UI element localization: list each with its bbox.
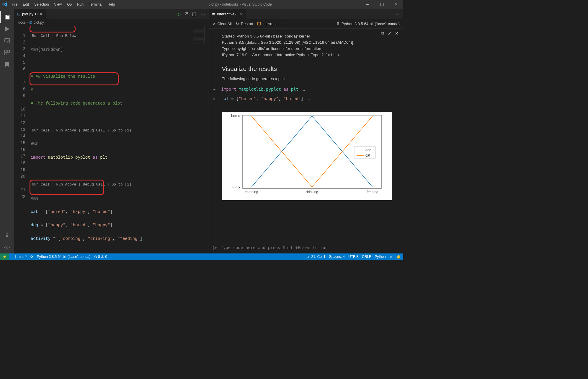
menu-view[interactable]: View	[52, 1, 64, 8]
ellipsis-icon[interactable]: ⋯	[212, 106, 399, 110]
account-icon[interactable]	[0, 230, 14, 242]
menu-help[interactable]: Help	[105, 1, 117, 8]
code-line[interactable]: # The following code generates a plot	[31, 100, 197, 107]
menu-selection[interactable]: Selection	[32, 1, 51, 8]
menu-go[interactable]: Go	[65, 1, 74, 8]
close-button[interactable]: ✕	[391, 2, 401, 7]
interactive-body[interactable]: ⧉ ⤢ ✕ Started 'Python 3.8.5 64-bit ('bas…	[209, 29, 404, 241]
title-bar: File Edit Selection View Go Run Terminal…	[0, 0, 403, 9]
ellipsis-icon[interactable]: …	[303, 87, 305, 92]
copy-icon[interactable]: ⧉	[381, 31, 384, 36]
window-controls: ─ ☐ ✕	[363, 2, 401, 7]
svg-rect-3	[7, 50, 9, 52]
encoding[interactable]: UTF-8	[348, 255, 358, 259]
code-input[interactable]	[221, 245, 399, 250]
breadcrumb-more[interactable]: ...	[48, 20, 50, 25]
settings-gear-icon[interactable]	[0, 242, 14, 253]
maximize-button[interactable]: ☐	[377, 2, 387, 7]
cell-gear-icon[interactable]: ✳	[213, 87, 218, 92]
kernel-info: Started 'Python 3.8.5 64-bit ('base': co…	[222, 33, 399, 58]
more-actions-icon[interactable]: ⋯	[395, 11, 400, 17]
remote-explorer-icon[interactable]	[0, 35, 14, 47]
remote-indicator[interactable]: ⚡	[0, 253, 9, 260]
editor-tab-bar: ⊡ plot.py U ✕ ▷ 𝄢 ◫ ⋯	[14, 9, 209, 19]
tab-title: Interactive-1	[217, 12, 238, 16]
code-line[interactable]: # ## Visualize the results	[31, 73, 197, 80]
menu-edit[interactable]: Edit	[20, 1, 31, 8]
svg-point-1	[8, 41, 10, 43]
executed-cell-2[interactable]: ✳ cat = ["bored", "happy", "bored"] …	[213, 96, 399, 101]
notifications-icon[interactable]: 🔔	[396, 255, 401, 259]
restart-button[interactable]: ↻ Restart	[236, 22, 253, 26]
codelens-cell2[interactable]: Run Cell | Run Above | Debug Cell | Go t…	[31, 127, 133, 134]
python-file-icon: ⊡	[17, 12, 20, 16]
split-editor-icon[interactable]: ◫	[192, 11, 196, 17]
svg-text:dog: dog	[365, 148, 371, 152]
codelens-cell3[interactable]: Run Cell | Run Above | Debug Cell | Go t…	[31, 181, 133, 188]
minimize-button[interactable]: ─	[363, 2, 373, 7]
run-debug-icon[interactable]	[0, 23, 14, 35]
code-line[interactable]: #	[31, 87, 197, 93]
explorer-icon[interactable]	[0, 11, 14, 23]
problems-counter[interactable]: ⊘ 0 ⚠ 0	[94, 255, 107, 259]
svg-rect-4	[5, 53, 7, 55]
close-output-icon[interactable]: ✕	[395, 31, 398, 36]
code-line[interactable]: #%%	[31, 195, 197, 202]
md-paragraph: The following code generates a plot	[222, 77, 399, 81]
interrupt-button[interactable]: Interrupt	[257, 22, 277, 26]
python-interpreter[interactable]: Python 3.8.5 64-bit ('base': conda)	[37, 255, 91, 259]
git-branch[interactable]: ᛘ main*	[14, 255, 27, 259]
chart-output: bored happy combing drinking feeding dog	[222, 112, 392, 200]
breadcrumb-file[interactable]: plot.py	[33, 20, 44, 25]
extensions-icon[interactable]	[0, 47, 14, 58]
menu-terminal[interactable]: Terminal	[86, 1, 104, 8]
breadcrumb-folder[interactable]: docs	[18, 20, 26, 25]
code-line[interactable]: dog = ["happy", "bored", "happy"]	[31, 222, 197, 229]
eol[interactable]: CRLF	[362, 255, 371, 259]
language-mode[interactable]: Python	[375, 255, 386, 259]
svg-text:drinking: drinking	[306, 190, 318, 194]
code-line[interactable]: activity = ["combing", "drinking", "feed…	[31, 235, 197, 242]
markdown-output: Visualize the results The following code…	[222, 65, 399, 81]
menu-file[interactable]: File	[9, 1, 20, 8]
code-line[interactable]: cat = ["bored", "happy", "bored"]	[31, 209, 197, 215]
code-line[interactable]: #%%[markdown]	[31, 46, 197, 53]
bookmark-icon[interactable]	[0, 58, 14, 70]
code-line[interactable]: import matplotlib.pyplot as plt	[31, 154, 197, 161]
git-compare-icon[interactable]: 𝄢	[185, 12, 188, 17]
close-tab-icon[interactable]: ✕	[39, 12, 43, 17]
tab-plot-py[interactable]: ⊡ plot.py U ✕	[14, 9, 46, 19]
feedback-icon[interactable]: ☺	[389, 255, 393, 259]
ellipsis-icon[interactable]: …	[308, 96, 310, 101]
menu-run[interactable]: Run	[75, 1, 86, 8]
tab-interactive[interactable]: ≣ Interactive-1 ✕	[209, 9, 246, 19]
close-tab-icon[interactable]: ✕	[240, 12, 243, 17]
cursor-position[interactable]: Ln 21, Col 1	[306, 255, 326, 259]
sync-icon[interactable]: ⟳	[30, 255, 33, 259]
kernel-picker[interactable]: 🖥 Python 3.8.5 64-bit ('base': conda)	[336, 22, 400, 26]
code-line[interactable]: #%%	[31, 141, 197, 148]
executed-cell-1[interactable]: ✳ import matplotlib.pyplot as plt …	[213, 87, 399, 92]
tab-title: plot.py	[22, 12, 33, 16]
more-actions-icon[interactable]: ⋯	[200, 11, 205, 17]
interactive-tab-bar: ≣ Interactive-1 ✕ ⋯	[209, 9, 404, 19]
more-toolbar-icon[interactable]: ⋯	[281, 22, 285, 26]
run-file-icon[interactable]: ▷	[177, 11, 181, 17]
svg-text:combing: combing	[245, 190, 258, 194]
indentation[interactable]: Spaces: 4	[329, 255, 345, 259]
activity-bar	[0, 9, 14, 253]
interactive-pane: ≣ Interactive-1 ✕ ⋯ ✕ Clear All ↻ Restar…	[209, 9, 404, 253]
run-input-icon[interactable]: ▷	[213, 245, 217, 250]
svg-text:bored: bored	[231, 114, 240, 118]
interactive-icon: ≣	[212, 12, 215, 16]
svg-rect-2	[5, 50, 7, 52]
svg-point-6	[6, 247, 8, 248]
expand-icon[interactable]: ⤢	[388, 31, 391, 36]
code-editor[interactable]: 123456 789 1011121314151617181920 2122 R…	[14, 26, 209, 253]
breadcrumb[interactable]: docs › ⊡ plot.py › ...	[14, 19, 209, 26]
cell-gear-icon[interactable]: ✳	[213, 96, 218, 101]
svg-text:cat: cat	[365, 153, 370, 157]
clear-all-button[interactable]: ✕ Clear All	[213, 22, 232, 26]
codelens-cell1[interactable]: Run Cell | Run Below	[31, 32, 77, 40]
line-number-gutter: 123456 789 1011121314151617181920 2122	[14, 26, 31, 200]
